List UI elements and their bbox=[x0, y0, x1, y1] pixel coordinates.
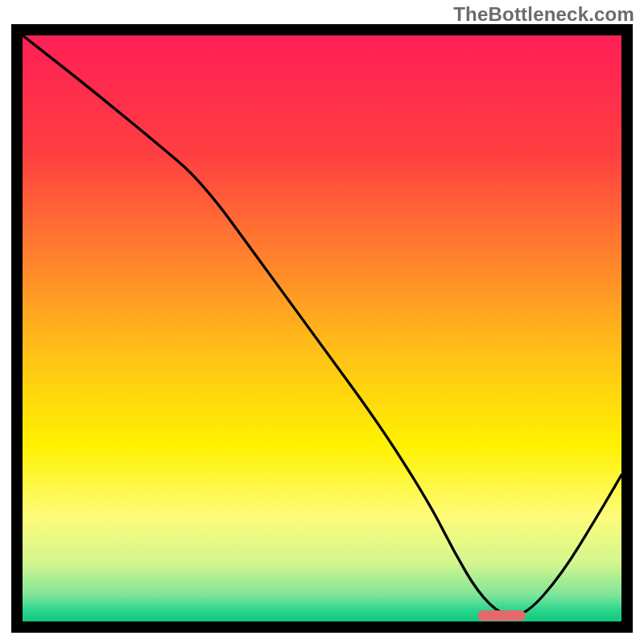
plot-area bbox=[23, 35, 621, 621]
chart-background bbox=[23, 35, 621, 621]
chart-frame: TheBottleneck.com bbox=[0, 0, 644, 644]
optimal-range-marker bbox=[477, 610, 526, 621]
plot-border bbox=[11, 24, 633, 633]
watermark-text: TheBottleneck.com bbox=[453, 3, 634, 26]
chart-svg bbox=[23, 35, 621, 621]
